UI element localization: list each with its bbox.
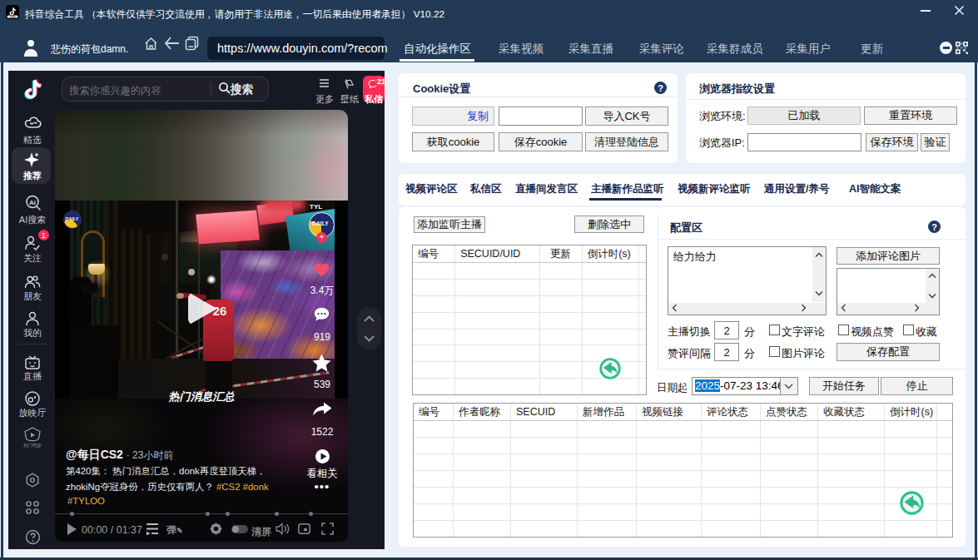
- svg-text:Ai: Ai: [29, 199, 36, 206]
- svg-text:TOOL: TOOL: [9, 15, 16, 18]
